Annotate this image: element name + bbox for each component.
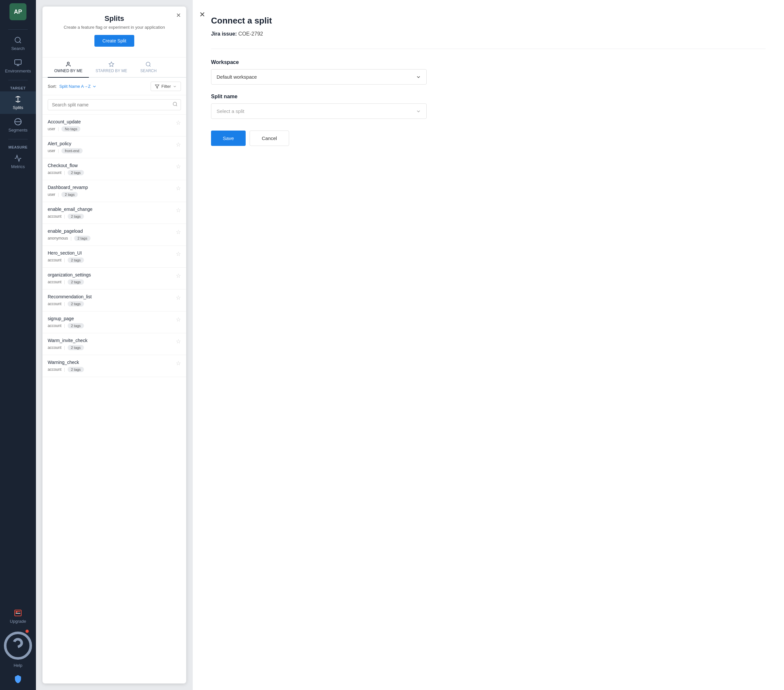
- split-star-button[interactable]: ☆: [176, 338, 181, 345]
- sidebar-logo[interactable]: [0, 671, 36, 687]
- workspace-value: Default workspace: [217, 74, 257, 80]
- split-logo-icon: [13, 674, 23, 683]
- search-split-input[interactable]: [48, 99, 181, 110]
- sidebar-item-segments[interactable]: Segments: [0, 114, 36, 136]
- split-list-item[interactable]: enable_pageload anonymous | 2 tags ☆: [43, 224, 186, 246]
- split-traffic-type: account: [48, 302, 61, 306]
- workspace-select[interactable]: Default workspace: [211, 69, 427, 85]
- sidebar-item-search[interactable]: Search: [0, 32, 36, 55]
- tab-owned-by-me[interactable]: OWNED BY ME: [48, 58, 89, 78]
- workspace-label: Workspace: [211, 59, 766, 65]
- tab-starred-by-me[interactable]: STARRED BY ME: [89, 58, 133, 78]
- split-name-select[interactable]: Select a split: [211, 104, 427, 119]
- svg-rect-11: [16, 613, 20, 614]
- split-item-name: organization_settings: [48, 272, 176, 278]
- cancel-button[interactable]: Cancel: [250, 131, 289, 146]
- split-list-item[interactable]: organization_settings account | 2 tags ☆: [43, 268, 186, 289]
- split-list-item[interactable]: Checkout_flow account | 2 tags ☆: [43, 158, 186, 180]
- split-list-item[interactable]: Dashboard_revamp user | 2 tags ☆: [43, 180, 186, 202]
- split-star-button[interactable]: ☆: [176, 250, 181, 258]
- sidebar-item-environments[interactable]: Environments: [0, 55, 36, 77]
- sidebar-item-splits[interactable]: Splits: [0, 91, 36, 114]
- chevron-down-icon: [92, 84, 97, 89]
- split-list-item[interactable]: Warning_check account | 2 tags ☆: [43, 355, 186, 377]
- split-list-item[interactable]: Hero_section_UI account | 2 tags ☆: [43, 246, 186, 268]
- svg-rect-10: [17, 611, 20, 612]
- sidebar-item-metrics[interactable]: Metrics: [0, 151, 36, 173]
- split-item-name: Checkout_flow: [48, 163, 176, 168]
- filter-button[interactable]: Filter: [151, 82, 181, 91]
- split-item-name: Alert_policy: [48, 141, 176, 146]
- save-button[interactable]: Save: [211, 131, 245, 146]
- sidebar-item-help[interactable]: Help: [0, 627, 36, 671]
- connect-actions: Save Cancel: [211, 131, 766, 146]
- tab-starred-label: STARRED BY ME: [96, 69, 127, 73]
- split-tag: 2 tags: [74, 236, 91, 241]
- sort-value: Split Name A→Z: [59, 84, 91, 89]
- split-list-item[interactable]: Alert_policy user | front-end ☆: [43, 136, 186, 158]
- person-icon: [65, 61, 71, 67]
- sidebar-item-label: Segments: [8, 128, 28, 133]
- split-item-info: Warm_invite_check account | 2 tags: [48, 338, 176, 350]
- split-star-button[interactable]: ☆: [176, 228, 181, 236]
- split-tag: No tags: [61, 127, 81, 131]
- svg-point-0: [15, 37, 20, 43]
- split-list-item[interactable]: signup_page account | 2 tags ☆: [43, 311, 186, 333]
- search-inside-icon: [173, 102, 178, 108]
- splits-panel-title: Splits: [50, 14, 178, 23]
- avatar[interactable]: AP: [10, 3, 26, 20]
- split-list-item[interactable]: Account_update user | No tags ☆: [43, 115, 186, 136]
- split-item-meta: account | 2 tags: [48, 214, 176, 219]
- sort-select-button[interactable]: Split Name A→Z: [59, 84, 96, 89]
- split-star-button[interactable]: ☆: [176, 207, 181, 214]
- tab-search[interactable]: SEARCH: [133, 58, 163, 78]
- svg-line-1: [20, 42, 21, 43]
- split-item-meta: account | 2 tags: [48, 345, 176, 350]
- split-item-info: organization_settings account | 2 tags: [48, 272, 176, 284]
- svg-point-16: [147, 62, 150, 66]
- jira-label: Jira issue:: [211, 31, 237, 36]
- split-tag: 2 tags: [68, 345, 84, 350]
- split-name-placeholder: Select a split: [217, 108, 244, 114]
- target-section-label: TARGET: [0, 83, 36, 91]
- sidebar-item-upgrade[interactable]: Upgrade: [0, 606, 36, 627]
- connect-close-button[interactable]: ✕: [199, 10, 205, 19]
- svg-rect-9: [16, 611, 17, 613]
- star-icon: [109, 61, 114, 67]
- splits-search-container: [43, 95, 186, 115]
- split-item-meta: account | 2 tags: [48, 367, 176, 372]
- split-star-button[interactable]: ☆: [176, 119, 181, 127]
- sidebar-item-label: Environments: [5, 69, 31, 74]
- help-badge: [25, 629, 29, 633]
- search-tab-icon: [145, 61, 151, 67]
- splits-panel-close-button[interactable]: ✕: [176, 12, 181, 19]
- split-list-item[interactable]: enable_email_change account | 2 tags ☆: [43, 202, 186, 224]
- svg-rect-2: [15, 60, 21, 64]
- svg-point-19: [173, 102, 177, 106]
- split-list-item[interactable]: Recommendation_list account | 2 tags ☆: [43, 289, 186, 311]
- workspace-field: Workspace Default workspace: [211, 59, 766, 85]
- split-star-button[interactable]: ☆: [176, 316, 181, 323]
- split-tag: 2 tags: [61, 192, 78, 197]
- split-traffic-type: account: [48, 214, 61, 219]
- sidebar-item-label: Search: [11, 46, 25, 51]
- metrics-icon: [14, 154, 22, 162]
- split-star-button[interactable]: ☆: [176, 163, 181, 170]
- split-star-button[interactable]: ☆: [176, 272, 181, 279]
- help-icon: [3, 630, 33, 661]
- split-star-button[interactable]: ☆: [176, 141, 181, 148]
- sidebar-bottom: Upgrade Help: [0, 606, 36, 687]
- create-split-button[interactable]: Create Split: [94, 35, 134, 47]
- split-star-button[interactable]: ☆: [176, 360, 181, 367]
- split-list-item[interactable]: Warm_invite_check account | 2 tags ☆: [43, 333, 186, 355]
- segments-icon: [14, 118, 22, 126]
- split-tag: 2 tags: [68, 214, 84, 219]
- split-star-button[interactable]: ☆: [176, 294, 181, 301]
- connect-divider: [211, 49, 766, 49]
- jira-value: COE-2792: [239, 31, 263, 36]
- split-star-button[interactable]: ☆: [176, 185, 181, 192]
- split-item-name: Warning_check: [48, 360, 176, 365]
- sort-filter-bar: Sort: Split Name A→Z Filter: [43, 78, 186, 95]
- panels-container: ✕ Splits Create a feature flag or experi…: [36, 0, 784, 690]
- upgrade-icon: [14, 609, 22, 617]
